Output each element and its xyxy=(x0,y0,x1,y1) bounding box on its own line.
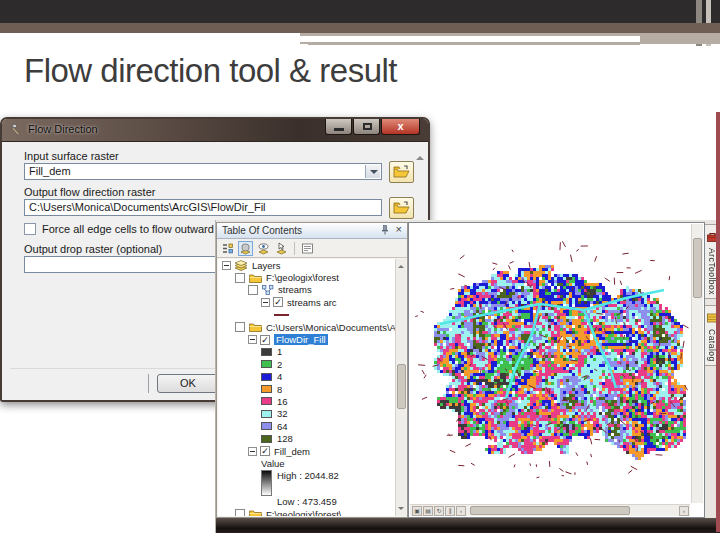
toc-tree-row[interactable]: 4 xyxy=(218,371,396,383)
toc-tree-row[interactable]: 2 xyxy=(218,358,396,370)
page-title: Flow direction tool & result xyxy=(24,52,397,90)
maximize-icon xyxy=(363,123,372,130)
screenshot-edge xyxy=(716,112,720,532)
maximize-button[interactable] xyxy=(353,119,380,135)
toc-tree-row[interactable]: streams xyxy=(218,284,396,296)
tree-item-label: F:\geologix\forest xyxy=(266,272,339,283)
close-icon: x xyxy=(382,119,419,134)
list-by-drawing-order-icon[interactable] xyxy=(220,241,235,256)
input-browse-button[interactable] xyxy=(389,161,414,183)
tree-item-label: 1 xyxy=(277,346,282,357)
tree-item-label: 16 xyxy=(277,396,288,407)
scroll-left-button[interactable]: ‹ xyxy=(456,506,466,516)
line-symbol xyxy=(274,314,289,316)
output-browse-button[interactable] xyxy=(389,197,414,219)
toc-tree-row[interactable]: ✓streams arc xyxy=(218,296,396,308)
toc-tree-row[interactable]: Layers xyxy=(218,259,396,271)
toc-close-icon[interactable]: × xyxy=(396,223,402,235)
arcmap-window: Table Of Contents × LayersF:\geologix\fo… xyxy=(215,220,720,533)
collapse-icon[interactable] xyxy=(261,298,270,307)
input-raster-combobox[interactable]: Fill_dem xyxy=(24,163,382,180)
slide-top-bar xyxy=(0,0,720,23)
refresh-view-button[interactable]: ↻ xyxy=(434,506,444,516)
scroll-thumb[interactable] xyxy=(397,364,406,409)
scroll-thumb[interactable] xyxy=(693,238,702,298)
list-by-selection-icon[interactable] xyxy=(274,241,289,256)
legend-swatch xyxy=(261,410,272,418)
unchecked-checkbox[interactable] xyxy=(248,285,258,295)
toc-scrollbar[interactable] xyxy=(395,259,406,516)
scroll-up-icon[interactable] xyxy=(416,152,424,160)
map-frame: ▣ ▤ ↻ ∥ ‹ › xyxy=(408,222,705,518)
minimize-icon xyxy=(334,128,344,131)
toc-tree-row[interactable]: 16 xyxy=(218,395,396,407)
minimize-button[interactable] xyxy=(325,119,352,135)
toc-tree-row[interactable]: Value xyxy=(218,457,396,469)
checked-checkbox[interactable]: ✓ xyxy=(260,446,270,456)
map-horizontal-scrollbar[interactable]: ▣ ▤ ↻ ∥ ‹ › xyxy=(410,504,690,516)
layers-icon xyxy=(234,260,248,271)
toc-tree-row[interactable]: 32 xyxy=(218,408,396,420)
checked-checkbox[interactable]: ✓ xyxy=(260,335,270,345)
chevron-down-icon[interactable] xyxy=(365,165,380,178)
pause-drawing-button[interactable]: ∥ xyxy=(445,506,455,516)
dialog-title: Flow Direction xyxy=(28,123,98,135)
tree-item-label: Fill_dem xyxy=(274,446,310,457)
dialog-titlebar[interactable]: Flow Direction x xyxy=(2,119,428,142)
tree-item-label: Layers xyxy=(252,260,281,271)
toc-tree-row[interactable]: ✓Fill_dem xyxy=(218,445,396,457)
slide-taupe-bar xyxy=(0,23,720,33)
scroll-down-icon[interactable] xyxy=(398,507,404,513)
checked-checkbox[interactable]: ✓ xyxy=(273,297,283,307)
toc-tree-row[interactable]: High : 2044.82 xyxy=(218,470,396,496)
layout-view-button[interactable]: ▤ xyxy=(423,506,433,516)
toc-tree-row[interactable]: 1 xyxy=(218,346,396,358)
list-by-visibility-icon[interactable] xyxy=(256,241,271,256)
scroll-right-button[interactable]: › xyxy=(679,506,689,516)
unchecked-checkbox[interactable] xyxy=(235,322,245,332)
pin-icon[interactable] xyxy=(381,225,389,237)
folder-icon xyxy=(249,273,262,283)
toc-tree-row[interactable]: 128 xyxy=(218,432,396,444)
scroll-thumb[interactable] xyxy=(470,506,630,515)
toc-tree-row[interactable]: C:\Users\Monica\Documents\ArcGIS\ xyxy=(218,321,396,333)
close-button[interactable]: x xyxy=(381,119,420,135)
tree-item-label: streams arc xyxy=(287,297,337,308)
legend-swatch xyxy=(261,397,272,405)
collapse-icon[interactable] xyxy=(222,261,231,270)
scroll-up-icon[interactable] xyxy=(398,262,404,268)
unchecked-checkbox[interactable] xyxy=(235,509,245,516)
toc-tree-row[interactable]: F:\geologix\forest xyxy=(218,271,396,283)
toc-tree-row[interactable]: F:\geologix\forest\ xyxy=(218,508,396,516)
view-buttons: ▣ ▤ ↻ ∥ ‹ xyxy=(412,506,466,516)
ok-button[interactable]: OK xyxy=(157,374,219,393)
unchecked-checkbox[interactable] xyxy=(235,273,245,283)
streams-icon xyxy=(262,285,274,295)
window-bottom-border xyxy=(216,518,720,533)
options-icon[interactable] xyxy=(300,241,315,256)
toc-tree-row[interactable] xyxy=(218,309,396,321)
list-by-source-icon[interactable] xyxy=(238,241,253,256)
flow-direction-raster-map[interactable] xyxy=(412,226,692,496)
toc-titlebar[interactable]: Table Of Contents × xyxy=(217,223,407,239)
input-raster-label: Input surface raster xyxy=(24,150,119,162)
collapse-icon[interactable] xyxy=(248,447,257,456)
toc-tree-row[interactable]: ✓FlowDir_Fill xyxy=(218,333,396,345)
data-view-button[interactable]: ▣ xyxy=(412,506,422,516)
force-edge-checkbox[interactable] xyxy=(24,223,36,235)
tree-item-label: 32 xyxy=(277,408,288,419)
toc-tree-row[interactable]: 8 xyxy=(218,383,396,395)
open-folder-icon xyxy=(393,201,410,215)
legend-swatch xyxy=(261,435,272,443)
legend-swatch xyxy=(261,385,272,393)
map-vertical-scrollbar[interactable] xyxy=(691,224,703,503)
tree-item-label: C:\Users\Monica\Documents\ArcGIS\ xyxy=(266,322,396,333)
toc-tree-row[interactable]: Low : 473.459 xyxy=(218,496,396,508)
tree-item-label: Low : 473.459 xyxy=(277,496,337,507)
folder-icon xyxy=(249,322,262,332)
toc-tree-row[interactable]: 64 xyxy=(218,420,396,432)
toc-toolbar xyxy=(217,239,407,258)
output-raster-field[interactable]: C:\Users\Monica\Documents\ArcGIS\FlowDir… xyxy=(24,199,382,216)
collapse-icon[interactable] xyxy=(248,335,257,344)
tree-item-label: Value xyxy=(261,458,285,469)
